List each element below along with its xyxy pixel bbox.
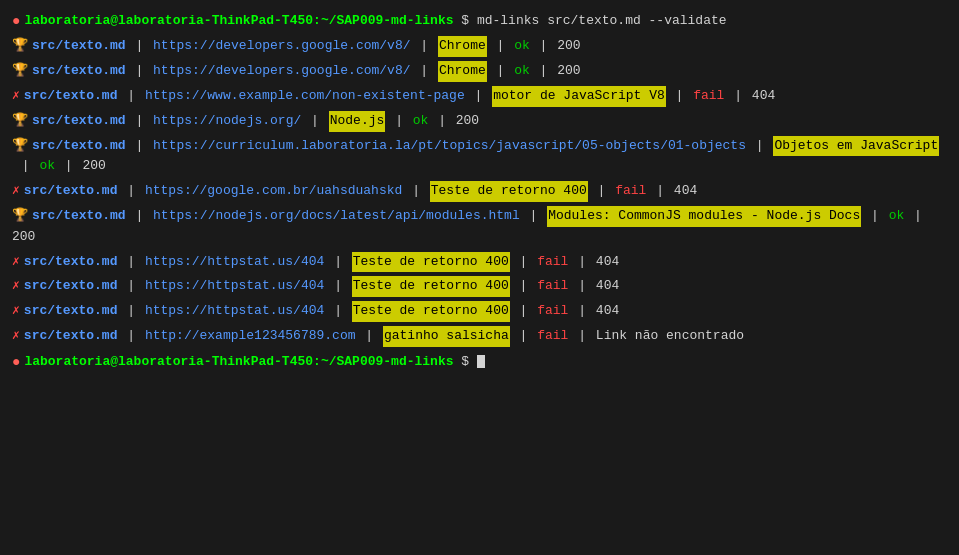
url: https://httpstat.us/404 [145,276,324,297]
link-text: Teste de retorno 400 [352,301,510,322]
code: 404 [674,181,697,202]
link-text: motor de JavaScript V8 [492,86,666,107]
status: fail [537,252,568,273]
status: ok [889,206,905,227]
status: fail [537,326,568,347]
result-row-10: ✗ src/texto.md | https://httpstat.us/404… [4,299,955,324]
bottom-prompt-symbol: $ [454,352,477,373]
result-row-1: 🏆 src/texto.md | https://developers.goog… [4,34,955,59]
bottom-prompt-path: ~/SAP009-md-links [321,352,454,373]
url: https://httpstat.us/404 [145,301,324,322]
status: ok [413,111,429,132]
dot-icon: ● [12,351,20,373]
link-text: Node.js [329,111,386,132]
code: 404 [596,301,619,322]
status: fail [537,301,568,322]
code: 404 [752,86,775,107]
dot-icon: ● [12,10,20,32]
url: https://developers.google.com/v8/ [153,61,410,82]
extra-message: Link não encontrado [596,326,744,347]
prompt-command: $ md-links src/texto.md --validate [454,11,727,32]
prompt-path: ~/SAP009-md-links [321,11,454,32]
result-row-8: ✗ src/texto.md | https://httpstat.us/404… [4,250,955,275]
x-icon: ✗ [12,252,20,273]
url: https://curriculum.laboratoria.la/pt/top… [153,136,746,157]
filepath: src/texto.md [24,276,118,297]
bottom-prompt-user-host: laboratoria@laboratoria-ThinkPad-T450 [24,352,313,373]
x-icon: ✗ [12,301,20,322]
terminal: ● laboratoria@laboratoria-ThinkPad-T450 … [0,0,959,555]
code: 404 [596,276,619,297]
bottom-prompt-colon: : [313,352,321,373]
url: https://nodejs.org/ [153,111,301,132]
code: 404 [596,252,619,273]
trophy-icon: 🏆 [12,206,28,227]
url: https://developers.google.com/v8/ [153,36,410,57]
result-row-2: 🏆 src/texto.md | https://developers.goog… [4,59,955,84]
code: 200 [557,61,580,82]
code: 200 [557,36,580,57]
link-text: Objetos em JavaScript [773,136,939,157]
link-text: Chrome [438,61,487,82]
url: https://httpstat.us/404 [145,252,324,273]
terminal-cursor [477,355,485,368]
x-icon: ✗ [12,86,20,107]
filepath: src/texto.md [24,252,118,273]
filepath: src/texto.md [24,181,118,202]
bottom-prompt-line: ● laboratoria@laboratoria-ThinkPad-T450 … [4,349,955,375]
code: 200 [456,111,479,132]
link-text: Teste de retorno 400 [352,276,510,297]
result-row-9: ✗ src/texto.md | https://httpstat.us/404… [4,274,955,299]
filepath: src/texto.md [24,86,118,107]
prompt-colon: : [313,11,321,32]
status: ok [514,61,530,82]
result-row-7: 🏆 src/texto.md | https://nodejs.org/docs… [4,204,955,250]
filepath: src/texto.md [32,206,126,227]
link-text: Teste de retorno 400 [430,181,588,202]
top-prompt-line: ● laboratoria@laboratoria-ThinkPad-T450 … [4,8,955,34]
filepath: src/texto.md [32,61,126,82]
result-row-3: ✗ src/texto.md | https://www.example.com… [4,84,955,109]
x-icon: ✗ [12,326,20,347]
status: fail [693,86,724,107]
status: ok [39,156,55,177]
result-row-5: 🏆 src/texto.md | https://curriculum.labo… [4,134,955,180]
url: https://nodejs.org/docs/latest/api/modul… [153,206,520,227]
filepath: src/texto.md [24,326,118,347]
trophy-icon: 🏆 [12,36,28,57]
x-icon: ✗ [12,276,20,297]
status: ok [514,36,530,57]
prompt-user-host: laboratoria@laboratoria-ThinkPad-T450 [24,11,313,32]
filepath: src/texto.md [32,136,126,157]
result-row-6: ✗ src/texto.md | https://google.com.br/u… [4,179,955,204]
filepath: src/texto.md [32,36,126,57]
code: 200 [82,156,105,177]
status: fail [615,181,646,202]
result-row-11: ✗ src/texto.md | http://example123456789… [4,324,955,349]
filepath: src/texto.md [24,301,118,322]
trophy-icon: 🏆 [12,61,28,82]
link-text: Modules: CommonJS modules - Node.js Docs [547,206,861,227]
url: https://www.example.com/non-existent-pag… [145,86,465,107]
x-icon: ✗ [12,181,20,202]
status: fail [537,276,568,297]
code: 200 [12,227,35,248]
result-row-4: 🏆 src/texto.md | https://nodejs.org/ | N… [4,109,955,134]
link-text: Chrome [438,36,487,57]
trophy-icon: 🏆 [12,111,28,132]
url: http://example123456789.com [145,326,356,347]
link-text: gatinho salsicha [383,326,510,347]
filepath: src/texto.md [32,111,126,132]
trophy-icon: 🏆 [12,136,28,157]
link-text: Teste de retorno 400 [352,252,510,273]
url: https://google.com.br/uahsduahskd [145,181,402,202]
